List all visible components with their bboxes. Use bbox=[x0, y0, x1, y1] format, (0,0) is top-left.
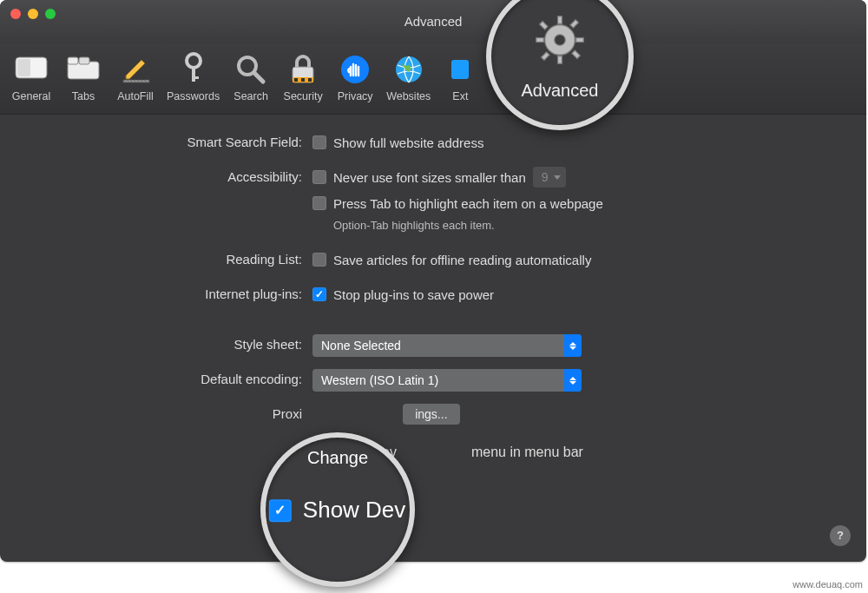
lock-icon bbox=[284, 50, 322, 89]
tab-tabs[interactable]: Tabs bbox=[59, 49, 108, 106]
label-encoding: Default encoding: bbox=[26, 369, 312, 386]
encoding-select[interactable]: Western (ISO Latin 1) bbox=[312, 369, 582, 392]
tab-label: General bbox=[12, 90, 50, 102]
puzzle-icon bbox=[441, 50, 479, 89]
chevron-updown-icon bbox=[564, 369, 582, 392]
svg-line-11 bbox=[254, 73, 263, 82]
toolbar: General Tabs AutoFill Passwords Search bbox=[0, 43, 866, 115]
label-proxies: Proxi bbox=[26, 404, 312, 421]
font-size-select[interactable]: 9 bbox=[533, 167, 566, 188]
tab-general[interactable]: General bbox=[7, 49, 56, 106]
checkbox-never-font-smaller[interactable] bbox=[312, 170, 326, 184]
label-reading-list: Reading List: bbox=[26, 249, 312, 267]
callout-advanced-label: Advanced bbox=[522, 81, 599, 101]
tab-label: Ext bbox=[452, 90, 468, 102]
tab-label: Security bbox=[284, 90, 323, 102]
switch-icon bbox=[12, 50, 50, 89]
minimize-button[interactable] bbox=[28, 9, 38, 19]
content-area: Smart Search Field: Show full website ad… bbox=[0, 115, 866, 562]
magnifier-icon bbox=[232, 50, 270, 89]
tab-passwords[interactable]: Passwords bbox=[163, 49, 223, 106]
svg-rect-26 bbox=[576, 37, 584, 42]
preferences-window: Advanced General Tabs AutoFill Passwords bbox=[0, 0, 866, 562]
svg-rect-24 bbox=[558, 56, 562, 63]
titlebar: Advanced bbox=[0, 0, 866, 43]
option-stop-plugins: Stop plug-ins to save power bbox=[333, 287, 494, 302]
callout-show-develop: Change Show Dev bbox=[260, 432, 415, 587]
svg-rect-6 bbox=[123, 80, 149, 82]
tabs-icon bbox=[64, 50, 102, 89]
tab-label: Privacy bbox=[338, 90, 373, 102]
svg-rect-16 bbox=[301, 78, 305, 82]
svg-rect-29 bbox=[570, 19, 579, 28]
option-save-articles: Save articles for offline reading automa… bbox=[333, 253, 591, 267]
tab-extensions[interactable]: Ext bbox=[437, 49, 483, 106]
svg-point-7 bbox=[187, 54, 201, 68]
chevron-updown-icon bbox=[564, 334, 582, 357]
checkbox-show-full-address[interactable] bbox=[312, 135, 326, 149]
window-title: Advanced bbox=[0, 0, 866, 43]
tab-privacy[interactable]: Privacy bbox=[331, 49, 379, 106]
key-icon bbox=[174, 50, 213, 89]
option-show-develop-suffix: menu in menu bar bbox=[471, 445, 583, 460]
pencil-icon bbox=[116, 50, 155, 89]
help-button[interactable]: ? bbox=[830, 525, 851, 546]
checkbox-show-develop-zoom bbox=[269, 498, 292, 521]
checkbox-save-articles[interactable] bbox=[312, 253, 326, 267]
svg-rect-28 bbox=[572, 49, 581, 58]
svg-rect-30 bbox=[541, 51, 549, 60]
svg-rect-17 bbox=[308, 78, 312, 82]
callout-change-fragment: Change bbox=[307, 448, 368, 468]
label-smart-search: Smart Search Field: bbox=[26, 132, 312, 149]
tab-label: Passwords bbox=[167, 90, 220, 102]
zoom-button[interactable] bbox=[45, 9, 56, 19]
close-button[interactable] bbox=[10, 9, 21, 19]
tab-autofill[interactable]: AutoFill bbox=[111, 49, 160, 106]
hand-icon bbox=[336, 50, 374, 89]
watermark: www.deuaq.com bbox=[792, 579, 863, 590]
tab-label: Websites bbox=[386, 90, 431, 102]
stylesheet-select[interactable]: None Selected bbox=[312, 334, 582, 357]
svg-rect-23 bbox=[558, 16, 562, 23]
globe-icon bbox=[390, 50, 428, 89]
gear-icon bbox=[533, 13, 587, 76]
label-accessibility: Accessibility: bbox=[26, 167, 312, 184]
callout-show-dev-text: Show Dev bbox=[303, 497, 406, 523]
label-stylesheet: Style sheet: bbox=[26, 334, 312, 352]
tab-label: Tabs bbox=[72, 90, 95, 102]
tab-security[interactable]: Security bbox=[279, 49, 327, 106]
svg-rect-27 bbox=[540, 21, 549, 30]
svg-rect-3 bbox=[68, 57, 78, 64]
tab-label: Search bbox=[233, 90, 268, 102]
change-settings-button[interactable]: ings... bbox=[403, 404, 459, 425]
stylesheet-value: None Selected bbox=[321, 339, 401, 353]
svg-marker-5 bbox=[126, 60, 145, 79]
svg-rect-4 bbox=[79, 57, 89, 64]
option-press-tab: Press Tab to highlight each item on a we… bbox=[333, 196, 603, 211]
checkbox-stop-plugins[interactable] bbox=[312, 287, 326, 301]
svg-rect-9 bbox=[192, 76, 199, 79]
svg-rect-8 bbox=[192, 66, 195, 82]
svg-rect-15 bbox=[294, 78, 298, 82]
tab-websites[interactable]: Websites bbox=[383, 49, 434, 106]
traffic-lights bbox=[10, 9, 56, 19]
checkbox-press-tab[interactable] bbox=[312, 196, 326, 210]
tab-search[interactable]: Search bbox=[227, 49, 275, 106]
svg-rect-25 bbox=[536, 37, 544, 42]
option-show-full-address: Show full website address bbox=[333, 135, 483, 150]
option-never-font-smaller: Never use font sizes smaller than bbox=[333, 170, 526, 185]
svg-point-22 bbox=[555, 34, 565, 44]
encoding-value: Western (ISO Latin 1) bbox=[321, 373, 438, 387]
tab-label: AutoFill bbox=[117, 90, 154, 102]
label-plugins: Internet plug-ins: bbox=[26, 284, 312, 301]
hint-option-tab: Option-Tab highlights each item. bbox=[333, 219, 840, 232]
svg-rect-1 bbox=[17, 59, 30, 76]
svg-rect-20 bbox=[451, 60, 469, 79]
